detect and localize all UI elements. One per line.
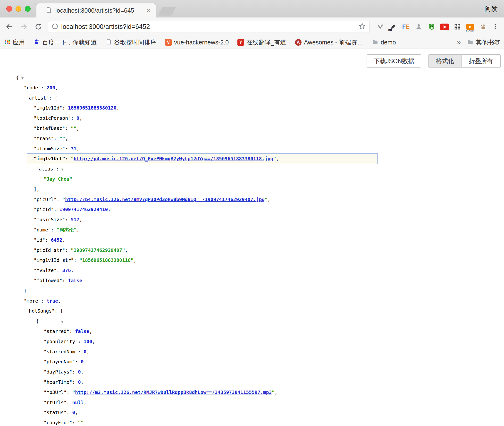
tunnelbear-extension-icon[interactable] [427, 22, 436, 32]
json-url-link[interactable]: http://p4.music.126.net/8mv7qP30Pd3oHW8b… [65, 197, 265, 202]
profile-name[interactable]: 阿发 [485, 0, 498, 17]
json-token: , [275, 390, 277, 395]
json-token: "mp3Url" [44, 390, 67, 395]
json-line: "img1v1Url": "http://p4.music.126.net/Q_… [0, 154, 504, 164]
collapse-toggle-icon[interactable]: ▼ [21, 77, 24, 80]
json-token: "trans" [34, 136, 54, 141]
json-line: "copyFrom": "", [0, 418, 504, 426]
json-token: : [74, 257, 79, 263]
json-token: : [57, 197, 62, 202]
extensions-row: en FE ▶ PLAYER [376, 22, 487, 32]
extension-v-icon[interactable] [376, 22, 385, 32]
json-token: , [81, 379, 84, 385]
json-url-link[interactable]: http://m2.music.126.net/RMJR7wDullRqppBk… [75, 390, 272, 395]
json-line: ▼"alias": [ [0, 164, 504, 174]
json-token: " [62, 197, 65, 202]
bookmarks-right-group: » 其他书签 [457, 36, 500, 49]
bookmark-vue-hackernews[interactable]: V vue-hackernews-2.0 [165, 39, 229, 46]
json-token: [ [60, 308, 63, 314]
json-url-link[interactable]: http://p4.music.126.net/Q_ExePNkmqB2yWyL… [74, 156, 273, 162]
json-token: : [72, 369, 78, 375]
collapse-toggle-icon[interactable]: ▼ [61, 320, 63, 324]
json-line: "starred": false, [0, 326, 504, 337]
json-token: : [62, 278, 68, 283]
qrcode-extension-icon[interactable] [453, 22, 462, 32]
json-token: "more" [24, 298, 41, 304]
json-line: "code": 200, [0, 83, 504, 93]
json-line: "dayPlays": 0, [0, 367, 504, 377]
youtube-extension-icon[interactable] [440, 22, 449, 32]
json-token: "img1v1Id_str" [34, 257, 74, 263]
json-token: "img1v1Id" [34, 105, 62, 111]
close-window-button[interactable] [6, 6, 12, 12]
json-token: 100 [84, 339, 92, 344]
json-token: , [65, 136, 68, 141]
json-line: }, [0, 286, 504, 296]
json-token: 0 [76, 115, 79, 121]
json-token: , [276, 156, 279, 162]
json-token: "18569651883380118" [79, 257, 134, 263]
json-line: "mvSize": 376, [0, 265, 504, 276]
json-token: "albumSize" [34, 146, 65, 152]
json-token: }, [24, 288, 29, 294]
page-info-icon[interactable] [52, 23, 58, 31]
fe-extension-icon[interactable]: FE [402, 22, 410, 32]
json-line: "briefDesc": "", [0, 123, 504, 134]
json-token: , [86, 349, 89, 355]
json-token: , [71, 268, 74, 273]
json-token: 517 [71, 217, 79, 222]
json-token: "" [59, 136, 65, 141]
paw-extension-icon[interactable] [479, 22, 487, 32]
bookmark-demo-folder[interactable]: demo [372, 39, 396, 46]
browser-window: localhost:3000/artists?id=645 × 阿发 local… [0, 0, 504, 426]
json-token: : [72, 379, 78, 385]
json-token: , [84, 359, 86, 365]
json-token: : [54, 136, 59, 141]
url-text[interactable]: localhost:3000/artists?id=6452 [61, 23, 359, 31]
forward-button[interactable] [19, 22, 28, 31]
json-token: "19097417462929407" [71, 247, 125, 253]
minimize-window-button[interactable] [16, 6, 21, 12]
json-token: "dayPlays" [44, 369, 72, 375]
json-line: "picId": 19097417462929410, [0, 204, 504, 215]
json-token: " [265, 197, 268, 202]
translate-extension-icon[interactable]: en [389, 22, 397, 32]
json-token: "status" [44, 410, 67, 415]
json-line: "popularity": 100, [0, 337, 504, 347]
back-button[interactable] [5, 22, 14, 31]
json-token: "id" [34, 237, 45, 243]
json-token: : [71, 115, 76, 121]
zoom-window-button[interactable] [25, 6, 31, 12]
json-token: , [84, 400, 86, 405]
json-token: null [72, 400, 84, 405]
new-tab-button[interactable] [158, 7, 176, 16]
bookmark-awesomes[interactable]: A Awesomes - 前端资… [295, 38, 363, 46]
browser-tab[interactable]: localhost:3000/artists?id=645 × [36, 3, 156, 17]
bookmark-google-sort[interactable]: 谷歌按时间排序 [106, 38, 156, 46]
navigation-bar: localhost:3000/artists?id=6452 en FE [0, 17, 504, 36]
json-token: " [71, 156, 74, 162]
browser-menu-icon[interactable] [491, 22, 500, 31]
url-bar[interactable]: localhost:3000/artists?id=6452 [48, 21, 370, 33]
json-line: "id": 6452, [0, 235, 504, 245]
bookmark-baidu[interactable]: 百度一下，你就知道 [34, 38, 97, 46]
bookmark-youdao-translate[interactable]: Y 在线翻译_有道 [237, 38, 286, 46]
json-token: , [75, 410, 78, 415]
reload-button[interactable] [34, 22, 43, 31]
contacts-extension-icon[interactable] [414, 22, 423, 32]
bookmarks-overflow-icon[interactable]: » [457, 38, 461, 46]
bookmark-star-icon[interactable] [359, 23, 366, 31]
json-token: : [65, 126, 71, 131]
json-token: 19097417462929410 [59, 207, 108, 212]
json-line: "name": "周杰伦", [0, 225, 504, 235]
tab-close-icon[interactable]: × [147, 7, 151, 14]
json-token: "img1v1Url" [34, 156, 65, 162]
vue-icon: V [165, 39, 172, 46]
bookmark-apps[interactable]: 应用 [4, 38, 25, 46]
other-bookmarks-folder[interactable]: 其他书签 [467, 38, 500, 46]
json-line: "rtUrls": null, [0, 398, 504, 408]
json-token: false [75, 329, 89, 334]
json-token: 18569651883380120 [68, 105, 117, 111]
json-token: "picId_str" [34, 247, 65, 253]
player-extension-icon[interactable]: ▶ PLAYER [466, 22, 475, 32]
